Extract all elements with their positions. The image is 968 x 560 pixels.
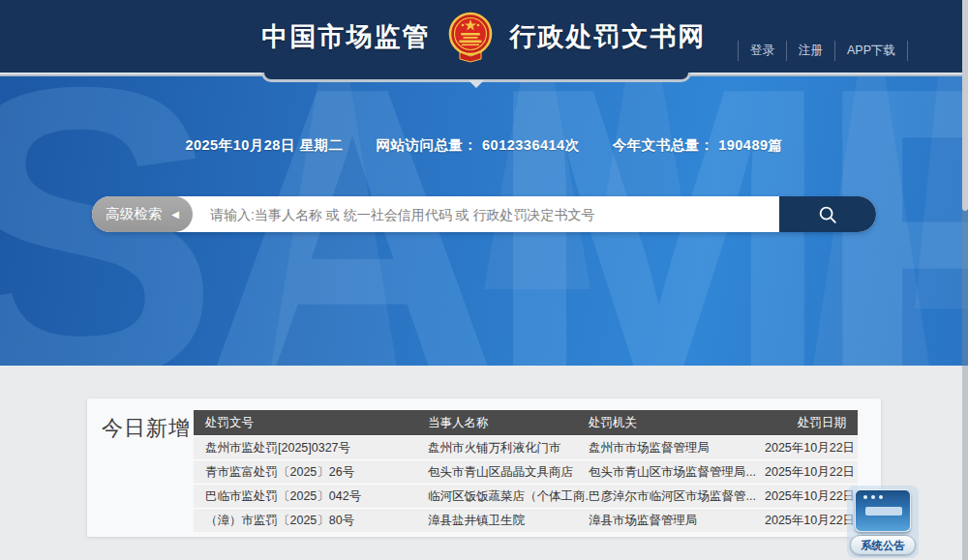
cell-date: 2025年10月22日 [765,440,858,457]
document-count: 今年文书总量： 190489篇 [613,136,783,155]
table-row[interactable]: 青市监富处罚〔2025〕26号 包头市青山区晶晶文具商店 包头市青山区市场监督管… [194,459,858,484]
table-row[interactable]: 盘州市监处罚[2025]0327号 盘州市火铺万利液化门市 盘州市市场监督管理局… [194,435,858,459]
cell-doc-number: （漳）市监罚〔2025〕80号 [194,513,428,529]
window-bar-icon [865,507,902,516]
search-bar: 高级检索 ◀ [92,196,876,232]
search-button[interactable] [779,196,876,232]
site-title-right: 行政处罚文书网 [510,19,707,54]
site-title-left: 中国市场监管 [262,19,431,54]
table-header-row: 处罚文号 当事人名称 处罚机关 处罚日期 [194,410,858,435]
content-section: 今日新增 处罚文号 当事人名称 处罚机关 处罚日期 盘州市监处罚[2025]03… [0,366,968,560]
cell-doc-number: 盘州市监处罚[2025]0327号 [194,440,428,457]
cell-authority: 盘州市市场监督管理局 [589,440,765,457]
cell-party-name: 盘州市火铺万利液化门市 [428,440,589,457]
col-header-authority: 处罚机关 [589,415,765,431]
scrollbar-thumb[interactable] [962,0,968,211]
search-input[interactable] [193,196,779,232]
login-link[interactable]: 登录 [738,41,786,61]
site-brand: 中国市场监管 行政处罚文书网 [0,0,968,73]
penalty-table: 处罚文号 当事人名称 处罚机关 处罚日期 盘州市监处罚[2025]0327号 盘… [194,410,858,532]
col-header-doc-number: 处罚文号 [194,415,428,431]
national-emblem-icon [446,11,495,63]
register-link[interactable]: 注册 [786,41,834,61]
hero-banner: SAMR 2025年10月28日 星期二 网站访问总量： 6012336414次… [0,76,968,366]
advanced-search-button[interactable]: 高级检索 ◀ [92,196,193,232]
tab-caret-icon [469,80,484,88]
cell-authority: 漳县市场监督管理局 [589,513,765,529]
page: 中国市场监管 行政处罚文书网 登录 注册 APP下载 SAMR 2025年10 [0,0,968,560]
announcement-label: 系统公告 [850,535,916,555]
col-header-date: 处罚日期 [765,415,858,431]
cell-party-name: 临河区饭饭蔬菜店（个体工商... [428,488,589,505]
col-header-party-name: 当事人名称 [428,415,589,431]
cell-authority: 包头市青山区市场监督管理局... [589,464,765,481]
announcement-window-icon [855,489,911,532]
cell-date: 2025年10月22日 [765,464,858,481]
cell-doc-number: 青市监富处罚〔2025〕26号 [194,464,428,481]
visit-count: 网站访问总量： 6012336414次 [376,136,579,155]
scrollbar [962,0,968,560]
cell-doc-number: 巴临市监处罚〔2025〕042号 [194,488,428,505]
site-stats: 2025年10月28日 星期二 网站访问总量： 6012336414次 今年文书… [0,136,968,155]
chevron-left-icon: ◀ [171,210,179,220]
section-title: 今日新增 [102,414,191,443]
current-date: 2025年10月28日 星期二 [185,136,343,155]
app-download-link[interactable]: APP下载 [834,41,908,61]
auth-links: 登录 注册 APP下载 [738,41,908,61]
table-row[interactable]: 巴临市监处罚〔2025〕042号 临河区饭饭蔬菜店（个体工商... 巴彦淖尔市临… [194,484,858,508]
cell-date: 2025年10月22日 [765,513,858,529]
system-announcement-widget[interactable]: 系统公告 [847,486,919,558]
table-row[interactable]: （漳）市监罚〔2025〕80号 漳县盐井镇卫生院 漳县市场监督管理局 2025年… [194,508,858,532]
scrollbar-track [962,211,968,560]
header-title-tab [261,73,691,82]
search-icon [817,204,838,225]
cell-party-name: 漳县盐井镇卫生院 [428,513,589,529]
advanced-search-label: 高级检索 [106,205,162,223]
cell-authority: 巴彦淖尔市临河区市场监督管... [589,488,765,505]
window-dots-icon [863,495,883,499]
cell-date: 2025年10月22日 [765,488,858,505]
cell-party-name: 包头市青山区晶晶文具商店 [428,464,589,481]
today-new-card: 今日新增 处罚文号 当事人名称 处罚机关 处罚日期 盘州市监处罚[2025]03… [87,398,881,537]
